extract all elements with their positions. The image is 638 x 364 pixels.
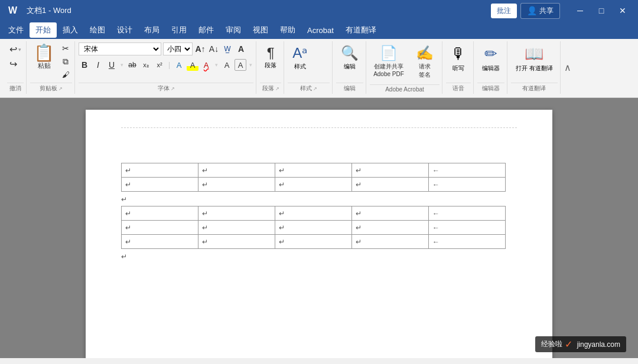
undo-dropdown[interactable]: ▾ <box>18 47 21 53</box>
menu-insert[interactable]: 插入 <box>57 22 84 38</box>
italic-button[interactable]: I <box>92 59 104 71</box>
table-cell[interactable]: ↵ <box>275 178 352 192</box>
table-cell[interactable]: ← <box>429 178 506 192</box>
copy-button[interactable]: ⧉ <box>59 55 72 67</box>
menu-acrobat[interactable]: Acrobat <box>301 24 340 37</box>
table-cell[interactable]: ↵ <box>122 163 198 178</box>
clipboard-expand-icon[interactable]: ↗ <box>58 86 63 91</box>
subscript-button[interactable]: x₂ <box>140 59 152 71</box>
char-spacing-button[interactable]: A <box>221 59 233 71</box>
table-cell[interactable]: ↵ <box>122 221 198 235</box>
font-grow-button[interactable]: A↑ <box>194 43 206 55</box>
para-expand-icon[interactable]: ↗ <box>275 86 279 91</box>
table-cell[interactable]: ↵ <box>198 235 275 249</box>
highlight-button[interactable]: A <box>187 59 198 71</box>
document-page[interactable]: ↵ ↵ ↵ ↵ ← ↵ ↵ ↵ ↵ ← ↵ ↵ <box>86 110 552 358</box>
table1[interactable]: ↵ ↵ ↵ ↵ ← ↵ ↵ ↵ ↵ ← <box>121 163 506 192</box>
table-cell[interactable]: ↵ <box>122 235 198 249</box>
table-cell[interactable]: ↵ <box>122 206 198 221</box>
underline-button[interactable]: U <box>106 59 118 71</box>
request-sign-button[interactable]: ✍ 请求签名 <box>410 42 440 81</box>
menu-draw[interactable]: 绘图 <box>84 22 111 38</box>
edit-button[interactable]: 🔍 编辑 <box>336 42 363 73</box>
text-effect-button[interactable]: A <box>173 59 185 71</box>
table-cell[interactable]: ↵ <box>198 163 275 178</box>
paste-button[interactable]: 📋 粘贴 <box>30 42 58 73</box>
word-logo: W <box>5 4 21 17</box>
menu-design[interactable]: 设计 <box>111 22 138 38</box>
table-cell[interactable]: ↵ <box>275 221 352 235</box>
table-cell[interactable]: ↵ <box>352 235 429 249</box>
font-case-button[interactable]: A <box>235 43 247 55</box>
table-cell[interactable]: ↵ <box>275 235 352 249</box>
table-cell[interactable]: ↵ <box>198 221 275 235</box>
paragraph-button[interactable]: ¶ 段落 <box>260 42 281 73</box>
font-name-row: 宋体 小四 A↑ A↓ W̲ A <box>79 42 247 55</box>
dictate-button[interactable]: 🎙 听写 <box>446 42 471 75</box>
table-cell[interactable]: ← <box>429 206 506 221</box>
menu-mailing[interactable]: 邮件 <box>193 22 220 38</box>
font-color-button[interactable]: A <box>200 59 212 71</box>
bold-button[interactable]: B <box>79 59 90 71</box>
menu-layout[interactable]: 布局 <box>138 22 165 38</box>
table-cell[interactable]: ↵ <box>198 206 275 221</box>
menu-file[interactable]: 文件 <box>2 22 30 38</box>
strikethrough-button[interactable]: ab <box>126 59 138 71</box>
redo-button[interactable]: ↪ <box>7 57 24 71</box>
table1-container: ↵ ↵ ↵ ↵ ← ↵ ↵ ↵ ↵ ← ↵ <box>121 163 517 204</box>
style-group-label: 样式 ↗ <box>288 83 330 94</box>
font-size-select[interactable]: 小四 <box>163 42 193 55</box>
undo-button[interactable]: ↩ ▾ <box>7 42 24 56</box>
maximize-button[interactable]: □ <box>591 0 612 21</box>
create-pdf-button[interactable]: 📄 创建并共享Adobe PDF <box>370 42 408 80</box>
superscript-button[interactable]: x² <box>154 59 165 71</box>
win-icon-button[interactable]: W̲ <box>222 43 233 55</box>
table-cell[interactable]: ↵ <box>352 221 429 235</box>
table-cell[interactable]: ← <box>429 221 506 235</box>
menu-youdao[interactable]: 有道翻译 <box>340 22 382 38</box>
sep3: ▾ <box>215 62 218 68</box>
char-border-button[interactable]: A <box>235 59 246 71</box>
font-expand-icon[interactable]: ↗ <box>171 86 175 91</box>
undo-group-label: 撤消 <box>7 83 24 94</box>
annotate-button[interactable]: 批注 <box>491 4 517 18</box>
format-paint-button[interactable]: 🖌 <box>59 68 72 80</box>
table-cell[interactable]: ← <box>429 163 506 178</box>
menu-home[interactable]: 开始 <box>30 22 57 38</box>
share-button[interactable]: 👤 共享 <box>520 3 560 19</box>
table-cell[interactable]: ← <box>429 235 506 249</box>
cut-button[interactable]: ✂ <box>59 42 72 54</box>
table-cell[interactable]: ↵ <box>352 206 429 221</box>
table-cell[interactable]: ↵ <box>352 178 429 192</box>
translate-icon: 📖 <box>525 45 543 63</box>
font-name-select[interactable]: 宋体 <box>79 42 161 55</box>
close-button[interactable]: ✕ <box>612 0 633 21</box>
open-translate-button[interactable]: 📖 打开 有道翻译 <box>511 42 558 75</box>
document-area[interactable]: ↵ ↵ ↵ ↵ ← ↵ ↵ ↵ ↵ ← ↵ ↵ <box>0 98 638 358</box>
paragraph-mark-2: ↵ <box>121 252 517 261</box>
translation-group: 📖 打开 有道翻译 有道翻译 <box>509 41 561 94</box>
microphone-icon: 🎙 <box>451 45 466 63</box>
ribbon-collapse-button[interactable]: ∧ <box>562 62 574 73</box>
table-cell[interactable]: ↵ <box>122 178 198 192</box>
style-expand-icon[interactable]: ↗ <box>313 86 317 91</box>
table-cell[interactable]: ↵ <box>352 163 429 178</box>
minimize-button[interactable]: ─ <box>569 0 591 21</box>
paragraph-dropdown: 段落 <box>265 61 276 70</box>
font-shrink-button[interactable]: A↓ <box>208 43 220 55</box>
menu-review[interactable]: 审阅 <box>220 22 247 38</box>
table-cell[interactable]: ↵ <box>198 178 275 192</box>
menu-view[interactable]: 视图 <box>247 22 274 38</box>
paragraph-group-label: 段落 ↗ <box>260 83 281 94</box>
menu-references[interactable]: 引用 <box>165 22 193 38</box>
acrobat-buttons: 📄 创建并共享Adobe PDF ✍ 请求签名 <box>370 41 440 84</box>
table-cell[interactable]: ↵ <box>275 206 352 221</box>
font-group-label: 字体 ↗ <box>79 83 253 94</box>
menu-help[interactable]: 帮助 <box>274 22 301 38</box>
style-button[interactable]: Aᵃ 样式 <box>288 42 312 73</box>
font-format-row: B I U ▾ ab x₂ x² | A A A ▾ A A ▾ <box>79 59 253 71</box>
table-cell[interactable]: ↵ <box>275 163 352 178</box>
editor-group: ✏ 编辑器 编辑器 <box>475 41 507 94</box>
table2[interactable]: ↵ ↵ ↵ ↵ ← ↵ ↵ ↵ ↵ ← ↵ ↵ ↵ ↵ <box>121 206 506 249</box>
editor-button[interactable]: ✏ 编辑器 <box>477 42 504 75</box>
